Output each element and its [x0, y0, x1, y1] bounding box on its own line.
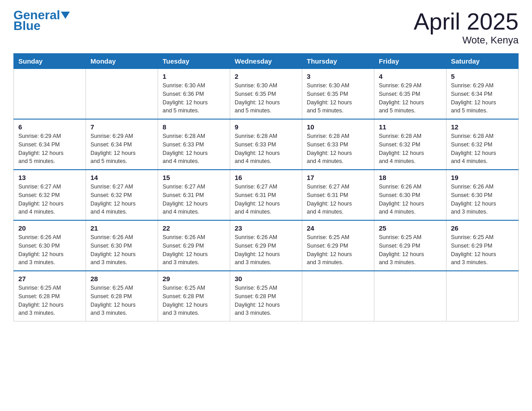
calendar-header-row: SundayMondayTuesdayWednesdayThursdayFrid… — [14, 54, 519, 69]
calendar-cell: 15Sunrise: 6:27 AMSunset: 6:31 PMDayligh… — [158, 170, 230, 220]
day-number: 24 — [307, 224, 369, 232]
calendar-cell: 25Sunrise: 6:25 AMSunset: 6:29 PMDayligh… — [374, 220, 446, 271]
column-header-thursday: Thursday — [302, 54, 374, 69]
day-number: 17 — [307, 174, 369, 181]
column-header-tuesday: Tuesday — [158, 54, 230, 69]
calendar-title: April 2025 — [414, 9, 519, 34]
calendar-cell: 5Sunrise: 6:29 AMSunset: 6:34 PMDaylight… — [446, 69, 519, 120]
day-info: Sunrise: 6:26 AMSunset: 6:29 PMDaylight:… — [163, 233, 225, 267]
column-header-monday: Monday — [86, 54, 158, 69]
column-header-saturday: Saturday — [446, 54, 519, 69]
calendar-table: SundayMondayTuesdayWednesdayThursdayFrid… — [13, 53, 519, 321]
calendar-cell: 20Sunrise: 6:26 AMSunset: 6:30 PMDayligh… — [14, 220, 86, 271]
day-info: Sunrise: 6:26 AMSunset: 6:30 PMDaylight:… — [379, 183, 442, 216]
day-info: Sunrise: 6:29 AMSunset: 6:34 PMDaylight:… — [18, 132, 81, 166]
day-number: 27 — [18, 275, 81, 283]
calendar-cell: 9Sunrise: 6:28 AMSunset: 6:33 PMDaylight… — [230, 119, 302, 170]
title-block: April 2025 Wote, Kenya — [414, 9, 519, 46]
calendar-cell: 24Sunrise: 6:25 AMSunset: 6:29 PMDayligh… — [302, 220, 374, 271]
day-number: 10 — [307, 123, 369, 131]
calendar-cell: 2Sunrise: 6:30 AMSunset: 6:35 PMDaylight… — [230, 69, 302, 120]
day-number: 1 — [163, 73, 225, 80]
day-info: Sunrise: 6:25 AMSunset: 6:28 PMDaylight:… — [18, 284, 81, 317]
column-header-sunday: Sunday — [14, 54, 86, 69]
day-number: 14 — [90, 174, 153, 181]
day-number: 18 — [379, 174, 442, 181]
day-number: 20 — [18, 224, 81, 232]
calendar-subtitle: Wote, Kenya — [414, 34, 519, 46]
calendar-cell: 17Sunrise: 6:27 AMSunset: 6:31 PMDayligh… — [302, 170, 374, 220]
day-number: 22 — [163, 224, 225, 232]
calendar-cell: 10Sunrise: 6:28 AMSunset: 6:33 PMDayligh… — [302, 119, 374, 170]
day-number: 29 — [163, 275, 225, 283]
calendar-cell: 6Sunrise: 6:29 AMSunset: 6:34 PMDaylight… — [14, 119, 86, 170]
calendar-week-row: 27Sunrise: 6:25 AMSunset: 6:28 PMDayligh… — [14, 271, 519, 321]
day-info: Sunrise: 6:26 AMSunset: 6:30 PMDaylight:… — [90, 233, 153, 267]
day-info: Sunrise: 6:29 AMSunset: 6:34 PMDaylight:… — [90, 132, 153, 166]
calendar-cell: 29Sunrise: 6:25 AMSunset: 6:28 PMDayligh… — [158, 271, 230, 321]
calendar-cell: 18Sunrise: 6:26 AMSunset: 6:30 PMDayligh… — [374, 170, 446, 220]
day-number: 21 — [90, 224, 153, 232]
day-info: Sunrise: 6:27 AMSunset: 6:32 PMDaylight:… — [18, 183, 81, 216]
calendar-cell: 30Sunrise: 6:25 AMSunset: 6:28 PMDayligh… — [230, 271, 302, 321]
calendar-cell — [86, 69, 158, 120]
calendar-cell: 14Sunrise: 6:27 AMSunset: 6:32 PMDayligh… — [86, 170, 158, 220]
calendar-cell: 11Sunrise: 6:28 AMSunset: 6:32 PMDayligh… — [374, 119, 446, 170]
calendar-cell — [302, 271, 374, 321]
day-number: 23 — [235, 224, 297, 232]
day-number: 7 — [90, 123, 153, 131]
day-number: 9 — [235, 123, 297, 131]
day-number: 19 — [451, 174, 514, 181]
calendar-week-row: 6Sunrise: 6:29 AMSunset: 6:34 PMDaylight… — [14, 119, 519, 170]
calendar-cell: 16Sunrise: 6:27 AMSunset: 6:31 PMDayligh… — [230, 170, 302, 220]
day-info: Sunrise: 6:25 AMSunset: 6:29 PMDaylight:… — [379, 233, 442, 267]
calendar-week-row: 1Sunrise: 6:30 AMSunset: 6:36 PMDaylight… — [14, 69, 519, 120]
calendar-cell: 21Sunrise: 6:26 AMSunset: 6:30 PMDayligh… — [86, 220, 158, 271]
logo: General Blue — [13, 9, 70, 32]
day-info: Sunrise: 6:30 AMSunset: 6:35 PMDaylight:… — [235, 81, 297, 115]
calendar-cell — [14, 69, 86, 120]
day-number: 13 — [18, 174, 81, 181]
day-info: Sunrise: 6:27 AMSunset: 6:31 PMDaylight:… — [235, 183, 297, 216]
day-number: 26 — [451, 224, 514, 232]
calendar-cell: 1Sunrise: 6:30 AMSunset: 6:36 PMDaylight… — [158, 69, 230, 120]
day-number: 16 — [235, 174, 297, 181]
calendar-week-row: 13Sunrise: 6:27 AMSunset: 6:32 PMDayligh… — [14, 170, 519, 220]
calendar-cell: 7Sunrise: 6:29 AMSunset: 6:34 PMDaylight… — [86, 119, 158, 170]
column-header-friday: Friday — [374, 54, 446, 69]
column-header-wednesday: Wednesday — [230, 54, 302, 69]
calendar-cell: 26Sunrise: 6:25 AMSunset: 6:29 PMDayligh… — [446, 220, 519, 271]
day-number: 8 — [163, 123, 225, 131]
day-info: Sunrise: 6:27 AMSunset: 6:32 PMDaylight:… — [90, 183, 153, 216]
calendar-cell: 13Sunrise: 6:27 AMSunset: 6:32 PMDayligh… — [14, 170, 86, 220]
day-info: Sunrise: 6:25 AMSunset: 6:29 PMDaylight:… — [451, 233, 514, 267]
calendar-cell: 28Sunrise: 6:25 AMSunset: 6:28 PMDayligh… — [86, 271, 158, 321]
day-number: 4 — [379, 73, 442, 80]
day-number: 30 — [235, 275, 297, 283]
page-header: General Blue April 2025 Wote, Kenya — [13, 9, 519, 46]
day-number: 12 — [451, 123, 514, 131]
day-info: Sunrise: 6:27 AMSunset: 6:31 PMDaylight:… — [163, 183, 225, 216]
calendar-cell: 12Sunrise: 6:28 AMSunset: 6:32 PMDayligh… — [446, 119, 519, 170]
calendar-cell: 23Sunrise: 6:26 AMSunset: 6:29 PMDayligh… — [230, 220, 302, 271]
day-info: Sunrise: 6:28 AMSunset: 6:32 PMDaylight:… — [379, 132, 442, 166]
calendar-week-row: 20Sunrise: 6:26 AMSunset: 6:30 PMDayligh… — [14, 220, 519, 271]
day-number: 6 — [18, 123, 81, 131]
day-number: 28 — [90, 275, 153, 283]
calendar-cell: 3Sunrise: 6:30 AMSunset: 6:35 PMDaylight… — [302, 69, 374, 120]
day-info: Sunrise: 6:25 AMSunset: 6:28 PMDaylight:… — [235, 284, 297, 317]
day-info: Sunrise: 6:26 AMSunset: 6:29 PMDaylight:… — [235, 233, 297, 267]
day-info: Sunrise: 6:26 AMSunset: 6:30 PMDaylight:… — [451, 183, 514, 216]
calendar-cell — [446, 271, 519, 321]
day-number: 3 — [307, 73, 369, 80]
day-number: 15 — [163, 174, 225, 181]
day-info: Sunrise: 6:28 AMSunset: 6:33 PMDaylight:… — [307, 132, 369, 166]
day-number: 25 — [379, 224, 442, 232]
calendar-cell: 22Sunrise: 6:26 AMSunset: 6:29 PMDayligh… — [158, 220, 230, 271]
day-info: Sunrise: 6:30 AMSunset: 6:35 PMDaylight:… — [307, 81, 369, 115]
day-info: Sunrise: 6:29 AMSunset: 6:34 PMDaylight:… — [451, 81, 514, 115]
day-info: Sunrise: 6:25 AMSunset: 6:28 PMDaylight:… — [90, 284, 153, 317]
day-number: 11 — [379, 123, 442, 131]
calendar-cell: 19Sunrise: 6:26 AMSunset: 6:30 PMDayligh… — [446, 170, 519, 220]
day-info: Sunrise: 6:28 AMSunset: 6:32 PMDaylight:… — [451, 132, 514, 166]
